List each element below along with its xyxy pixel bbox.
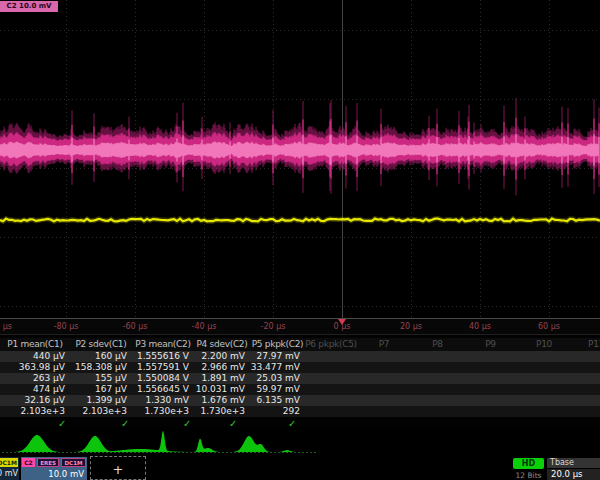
- measurement-cell: [411, 351, 464, 362]
- measurement-cell: [305, 395, 357, 406]
- measurement-cell: 1.557591 V: [132, 362, 194, 373]
- measurement-header-p11[interactable]: P11: [571, 338, 600, 351]
- channel-c1-descriptor[interactable]: DC1M 0 mV: [0, 457, 19, 480]
- measurement-cell: 2.103e+3: [70, 406, 132, 417]
- measurement-header-p8[interactable]: P8: [411, 338, 464, 351]
- histicon-strip: [0, 428, 600, 456]
- measurement-header-p2[interactable]: P2 sdev(C1): [70, 338, 132, 351]
- histicon-p4: [192, 439, 224, 453]
- measurement-header-p9[interactable]: P9: [464, 338, 517, 351]
- measurement-cell: [571, 406, 600, 417]
- measurement-row: 363.98 μV158.308 μV1.557591 V2.966 mV33.…: [0, 362, 600, 373]
- measurement-cell: 155 μV: [70, 373, 132, 384]
- time-axis-label: 20 μs: [400, 322, 422, 331]
- measurement-row: 440 μV160 μV1.555616 V2.200 mV27.97 mV: [0, 351, 600, 362]
- bit-depth-label: 12 Bits: [510, 471, 547, 480]
- measurement-cell: [571, 362, 600, 373]
- measurement-cell: 1.550084 V: [132, 373, 194, 384]
- measurement-cell: [571, 384, 600, 395]
- measurement-cell: [517, 373, 571, 384]
- measurement-cell: [305, 362, 357, 373]
- measurement-cell: 2.103e+3: [0, 406, 70, 417]
- measurement-header-p1[interactable]: P1 mean(C1): [0, 338, 70, 351]
- timebase-title: Tbase: [547, 458, 600, 468]
- measurement-cell: 440 μV: [0, 351, 70, 362]
- measurement-cell: 32.16 μV: [0, 395, 70, 406]
- measurement-cell: 1.730e+3: [194, 406, 250, 417]
- measurement-cell: [305, 373, 357, 384]
- measurement-cell: 263 μV: [0, 373, 70, 384]
- measurement-cell: 474 μV: [0, 384, 70, 395]
- measurement-cell: [357, 373, 411, 384]
- measurement-cell: [464, 384, 517, 395]
- measurement-row: 263 μV155 μV1.550084 V1.891 mV25.03 mV: [0, 373, 600, 384]
- measurement-cell: [517, 395, 571, 406]
- measurement-cell: 2.200 mV: [194, 351, 250, 362]
- time-axis-label: 40 μs: [469, 322, 491, 331]
- measurement-header-p7[interactable]: P7: [357, 338, 411, 351]
- measurement-cell: 1.676 mV: [194, 395, 250, 406]
- measurement-cell: [571, 351, 600, 362]
- measurement-header-p4[interactable]: P4 sdev(C2): [194, 338, 250, 351]
- measurement-row: 474 μV167 μV1.556645 V10.031 mV59.97 mV: [0, 384, 600, 395]
- measurement-cell: 33.477 mV: [250, 362, 305, 373]
- channel-c2-descriptor[interactable]: C2 ERES DC1M 10.0 mV: [21, 457, 87, 480]
- measurement-cell: [517, 384, 571, 395]
- measurement-cell: 1.556645 V: [132, 384, 194, 395]
- measurement-cell: [357, 351, 411, 362]
- histicon-p1: [9, 435, 65, 452]
- trace-c2-noise: [0, 98, 599, 195]
- c2-coupling-badge: DC1M: [61, 458, 86, 467]
- measurement-table: P1 mean(C1)P2 sdev(C1)P3 mean(C2)P4 sdev…: [0, 338, 600, 428]
- measurement-cell: 1.730e+3: [132, 406, 194, 417]
- measurement-cell: [464, 362, 517, 373]
- measurement-cell: [464, 395, 517, 406]
- measurement-cell: 363.98 μV: [0, 362, 70, 373]
- oscilloscope-screen: C2 10.0 mV -100 μs-80 μs-60 μs-40 μs-20 …: [0, 0, 600, 480]
- time-axis: -100 μs-80 μs-60 μs-40 μs-20 μs0 μs20 μs…: [0, 318, 600, 335]
- time-axis-label: 0 μs: [334, 322, 351, 331]
- measurement-cell: [571, 395, 600, 406]
- measurement-cell: [305, 351, 357, 362]
- measurement-cell: [357, 395, 411, 406]
- hd-mode-badge[interactable]: HD: [513, 458, 544, 469]
- measurement-header-p5[interactable]: P5 pkpk(C2): [250, 338, 305, 351]
- time-axis-label: -40 μs: [192, 322, 217, 331]
- c2-label-badge: C2: [22, 458, 35, 467]
- measurement-cell: 160 μV: [70, 351, 132, 362]
- measurement-cell: 1.891 mV: [194, 373, 250, 384]
- time-axis-label: -100 μs: [0, 322, 12, 331]
- histicon-p5: [229, 436, 299, 452]
- measurement-cell: 59.97 mV: [250, 384, 305, 395]
- time-axis-label: -20 μs: [261, 322, 286, 331]
- measurement-cell: 292: [250, 406, 305, 417]
- trace-c1-flat: [0, 219, 600, 222]
- measurement-cell: 1.555616 V: [132, 351, 194, 362]
- add-new-trace-box[interactable]: +: [90, 456, 146, 480]
- measurement-cell: [571, 373, 600, 384]
- measurement-cell: [305, 384, 357, 395]
- measurement-cell: 167 μV: [70, 384, 132, 395]
- trace-label-badge[interactable]: C2 10.0 mV: [0, 1, 58, 12]
- time-axis-label: -60 μs: [123, 322, 148, 331]
- measurement-row: 32.16 μV1.399 μV1.330 mV1.676 mV6.135 mV: [0, 395, 600, 406]
- measurement-cell: 6.135 mV: [250, 395, 305, 406]
- measurement-cell: [517, 351, 571, 362]
- measurement-cell: [411, 362, 464, 373]
- measurement-cell: [517, 362, 571, 373]
- plus-icon: +: [113, 463, 124, 476]
- measurement-header-p10[interactable]: P10: [517, 338, 571, 351]
- timebase-value: 20.0 μs: [547, 469, 600, 480]
- histicon-p2: [71, 436, 119, 452]
- measurement-cell: [411, 373, 464, 384]
- timebase-descriptor[interactable]: Tbase 20.0 μs: [547, 458, 600, 480]
- measurement-cell: 1.399 μV: [70, 395, 132, 406]
- c2-eres-badge: ERES: [37, 458, 59, 467]
- measurement-header-p6[interactable]: P6 pkpk(C5): [305, 338, 357, 351]
- measurement-cell: [411, 384, 464, 395]
- measurement-cell: [357, 384, 411, 395]
- measurement-cell: 25.03 mV: [250, 373, 305, 384]
- measurement-header-p3[interactable]: P3 mean(C2): [132, 338, 194, 351]
- time-axis-label: -80 μs: [54, 322, 79, 331]
- measurement-cell: [517, 406, 571, 417]
